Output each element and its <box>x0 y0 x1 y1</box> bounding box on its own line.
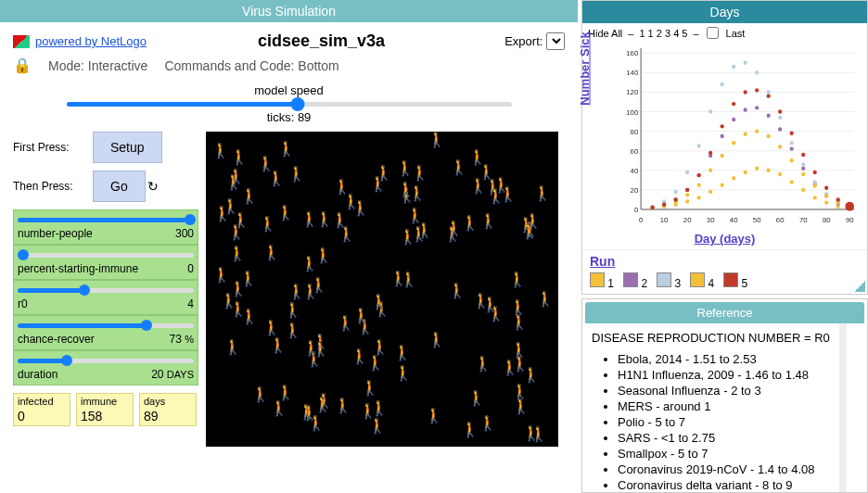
agent-person: 🚶 <box>269 338 287 353</box>
agent-person: 🚶 <box>338 227 356 242</box>
svg-text:50: 50 <box>753 216 761 224</box>
slider-chance-recover[interactable]: chance-recover73 % <box>13 315 198 350</box>
svg-text:0: 0 <box>639 216 644 224</box>
reference-item: Seasonal Influenza - 2 to 3 <box>618 384 830 398</box>
agent-person: 🚶 <box>284 323 302 338</box>
svg-point-80 <box>813 180 817 183</box>
legend-swatch[interactable] <box>723 272 738 287</box>
model-speed-slider[interactable] <box>67 97 512 110</box>
agent-person: 🚶 <box>334 398 352 413</box>
then-press-label: Then Press: <box>13 180 80 193</box>
monitor-label: immune <box>81 396 129 407</box>
run-legend-title[interactable]: Run <box>590 254 860 269</box>
reference-item: H1N1 Influenza, 2009 - 1.46 to 1.48 <box>618 368 830 382</box>
agent-person: 🚶 <box>389 272 408 286</box>
legend-swatch[interactable] <box>590 272 605 287</box>
svg-point-72 <box>721 82 724 86</box>
reference-body[interactable]: DISEASE REPRODUCTION NUMBER = R0 Ebola, … <box>582 323 839 492</box>
chart-run-controls[interactable]: Hide All – 1 1 2 3 4 5 – Last <box>582 23 867 43</box>
slider-name: percent-starting-immune <box>18 262 138 275</box>
slider-value: 0 <box>187 262 194 275</box>
agent-person: 🚶 <box>533 186 552 201</box>
legend-swatch[interactable] <box>690 272 705 287</box>
agent-person: 🚶 <box>259 217 277 232</box>
agent-person: 🚶 <box>530 427 548 442</box>
svg-text:90: 90 <box>846 216 854 224</box>
setup-button[interactable]: Setup <box>93 132 162 163</box>
svg-text:80: 80 <box>823 216 831 224</box>
slider-value: 20 <box>151 368 163 381</box>
svg-point-61 <box>801 167 805 171</box>
svg-text:40: 40 <box>631 167 639 175</box>
export-select[interactable]: N <box>546 32 565 50</box>
svg-point-109 <box>732 102 735 106</box>
agent-person: 🚶 <box>366 356 385 371</box>
agent-person: 🚶 <box>450 160 468 175</box>
run-num[interactable]: 3 <box>665 28 673 39</box>
model-title: cidsee_sim_v3a <box>258 32 385 51</box>
agent-person: 🚶 <box>211 144 230 158</box>
monitor-value: 0 <box>18 409 66 423</box>
run-num[interactable]: 2 <box>657 28 665 39</box>
svg-point-113 <box>778 109 782 113</box>
run-num[interactable]: 4 <box>673 28 682 39</box>
legend-swatch[interactable] <box>623 272 638 287</box>
monitor-immune: immune158 <box>76 393 134 426</box>
speed-label: model speed <box>0 83 578 97</box>
agent-person: 🚶 <box>277 142 296 157</box>
mode-label: Mode: Interactive <box>48 58 147 73</box>
slider-duration[interactable]: duration20 DAYS <box>13 350 198 386</box>
legend-swatch[interactable] <box>657 272 671 287</box>
svg-point-75 <box>755 70 759 74</box>
agent-person: 🚶 <box>425 409 443 423</box>
run-num[interactable]: 5 <box>682 28 687 39</box>
reference-scrollbar[interactable] <box>839 323 847 492</box>
svg-point-108 <box>721 124 724 128</box>
slider-name: duration <box>18 368 57 381</box>
agent-person: 🚶 <box>251 387 270 402</box>
days-chart-card: Days Hide All – 1 1 2 3 4 5 – Last Numbe… <box>581 0 868 295</box>
resize-handle-icon[interactable] <box>854 281 865 292</box>
agent-person: 🚶 <box>461 423 479 437</box>
svg-point-45 <box>824 200 828 204</box>
agent-person: 🚶 <box>313 398 332 412</box>
slider-value: 300 <box>175 227 194 240</box>
svg-point-88 <box>697 183 701 186</box>
run-num[interactable]: 1 <box>648 28 657 39</box>
agent-person: 🚶 <box>508 272 527 287</box>
agent-person: 🚶 <box>307 416 326 431</box>
slider-value: 4 <box>187 297 194 310</box>
svg-point-116 <box>813 171 817 174</box>
hide-all-label[interactable]: Hide All <box>588 28 622 39</box>
reference-item: MERS - around 1 <box>618 399 830 413</box>
svg-point-77 <box>778 116 782 120</box>
x-axis-title[interactable]: Day (days) <box>582 232 867 249</box>
run-num[interactable]: 1 <box>639 28 647 39</box>
slider-percent-starting-immune[interactable]: percent-starting-immune0 <box>13 245 198 280</box>
agent-person: 🚶 <box>375 166 393 181</box>
agent-person: 🚶 <box>487 307 505 322</box>
world-view[interactable]: 🚶🚶🚶🚶🚶🚶🚶🚶🚶🚶🚶🚶🚶🚶🚶🚶🚶🚶🚶🚶🚶🚶🚶🚶🚶🚶🚶🚶🚶🚶🚶🚶🚶🚶🚶🚶🚶🚶🚶🚶… <box>206 132 558 447</box>
powered-by-link[interactable]: powered by NetLogo <box>13 34 147 48</box>
ticks-label: ticks: 89 <box>0 110 578 124</box>
slider-unit: DAYS <box>167 369 194 380</box>
slider-r0[interactable]: r04 <box>13 280 198 315</box>
slider-number-people[interactable]: number-people300 <box>13 209 198 245</box>
days-chart[interactable]: 0204060801001201401600102030405060708090 <box>618 43 860 228</box>
svg-point-97 <box>801 172 805 176</box>
go-loop-icon[interactable]: ↻ <box>147 179 159 194</box>
last-checkbox[interactable] <box>707 27 719 39</box>
reference-item: Coronavirus 2019-nCoV - 1.4 to 4.08 <box>618 462 830 476</box>
agent-person: 🚶 <box>314 248 333 263</box>
agent-person: 🚶 <box>333 180 351 195</box>
reference-card: Reference DISEASE REPRODUCTION NUMBER = … <box>581 298 868 493</box>
y-axis-title[interactable]: Number Sick <box>578 32 592 105</box>
svg-point-87 <box>685 193 689 196</box>
agent-person: 🚶 <box>240 310 259 324</box>
go-button[interactable]: Go <box>93 171 146 202</box>
agent-person: 🚶 <box>396 161 415 176</box>
svg-point-107 <box>708 151 712 155</box>
agent-person: 🚶 <box>415 223 434 238</box>
svg-point-34 <box>697 196 701 199</box>
agent-person: 🚶 <box>511 357 530 372</box>
